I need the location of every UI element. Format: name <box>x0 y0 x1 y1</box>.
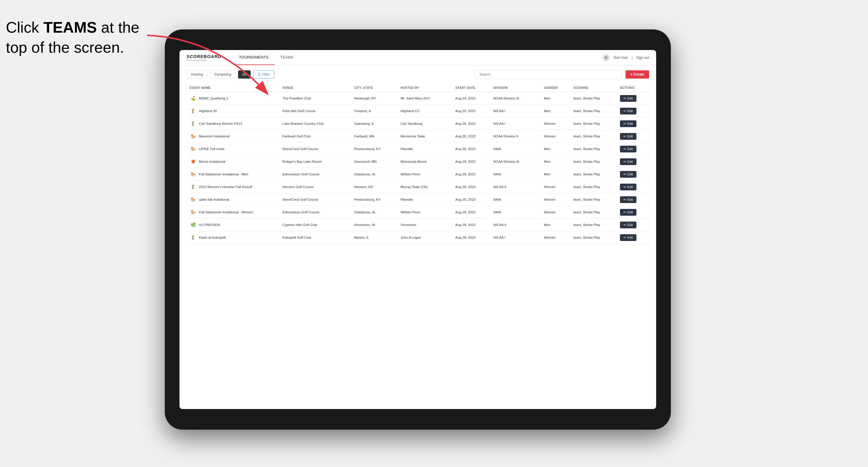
cell-gender-1: Men <box>541 105 570 117</box>
edit-button-7[interactable]: ✏ Edit <box>620 184 637 190</box>
filter-bar: Hosting Competing All ☰ Filter + Create <box>187 70 649 79</box>
cell-date-8: Aug 28, 2023 <box>453 193 491 206</box>
cell-event-name-1: 🏌 Highland 36 <box>187 105 280 117</box>
competing-filter[interactable]: Competing <box>210 70 236 79</box>
filter-button[interactable]: ☰ Filter <box>253 70 274 79</box>
cell-date-1: Aug 25, 2023 <box>453 105 491 117</box>
cell-scoring-2: team, Stroke Play <box>570 117 617 130</box>
table-row: 🏌 2023 Women's Hesston Fall Kickoff Hess… <box>187 181 649 193</box>
edit-icon-10: ✏ <box>623 223 626 227</box>
event-logo-8: 🐎 <box>189 196 196 203</box>
event-name-text-10: VU PREVIEW <box>199 223 220 226</box>
nav-bar: SCOREBOARD Powered by Clippit TOURNAMENT… <box>180 50 656 65</box>
th-hosted-by: HOSTED BY <box>398 84 452 92</box>
edit-icon-9: ✏ <box>623 210 626 214</box>
table-row: 🐎 upike fall invitational StoneCrest Gol… <box>187 193 649 206</box>
cell-division-11: NICAA I <box>491 231 541 244</box>
cell-date-6: Aug 28, 2023 <box>453 168 491 181</box>
cell-division-3: NCAA Division II <box>491 130 541 143</box>
cell-scoring-5: team, Stroke Play <box>570 155 617 168</box>
cell-actions-6: ✏ Edit <box>617 168 649 181</box>
nav-separator: | <box>632 56 632 60</box>
all-filter[interactable]: All <box>238 70 251 79</box>
event-name-text-8: upike fall invitational <box>199 198 229 201</box>
edit-icon-8: ✏ <box>623 198 626 201</box>
edit-button-6[interactable]: ✏ Edit <box>620 171 637 178</box>
table-header: EVENT NAME VENUE CITY, STATE HOSTED BY S… <box>187 84 649 92</box>
event-name-text-1: Highland 36 <box>199 109 217 113</box>
th-actions: ACTIONS <box>617 84 649 92</box>
edit-button-0[interactable]: ✏ Edit <box>620 95 637 102</box>
edit-button-11[interactable]: ✏ Edit <box>620 234 637 241</box>
cell-gender-6: Men <box>541 168 570 181</box>
cell-venue-11: Kokopelli Golf Club <box>280 231 351 244</box>
table-row: 🌿 VU PREVIEW Cypress Hills Golf Club Vin… <box>187 219 649 231</box>
edit-button-4[interactable]: ✏ Edit <box>620 146 637 152</box>
settings-icon[interactable]: ⚙ <box>602 54 610 61</box>
cell-venue-9: Edmundson Golf Course <box>280 206 351 219</box>
cell-gender-8: Women <box>541 193 570 206</box>
create-button[interactable]: + Create <box>625 70 649 79</box>
edit-icon-6: ✏ <box>623 173 626 176</box>
edit-button-2[interactable]: ✏ Edit <box>620 120 637 127</box>
cell-date-4: Aug 28, 2023 <box>453 143 491 155</box>
event-logo-6: 🐎 <box>189 171 196 178</box>
cell-scoring-1: team, Stroke Play <box>570 105 617 117</box>
edit-button-5[interactable]: ✏ Edit <box>620 158 637 165</box>
event-name-text-11: Klash at Kokopelli <box>199 236 226 239</box>
tab-tournaments[interactable]: TOURNAMENTS <box>233 50 274 65</box>
event-logo-10: 🌿 <box>189 221 196 228</box>
cell-division-10: NICAA II <box>491 219 541 231</box>
cell-city-1: Freeport, IL <box>351 105 398 117</box>
cell-hosted-9: William Penn <box>398 206 452 219</box>
th-venue: VENUE <box>280 84 351 92</box>
tablet-screen: SCOREBOARD Powered by Clippit TOURNAMENT… <box>180 50 656 409</box>
table-row: 🦊 Morris Invitational Ruttger's Bay Lake… <box>187 155 649 168</box>
th-division: DIVISION <box>491 84 541 92</box>
edit-button-3[interactable]: ✏ Edit <box>620 133 637 140</box>
cell-gender-11: Women <box>541 231 570 244</box>
cell-event-name-8: 🐎 upike fall invitational <box>187 193 280 206</box>
tab-teams[interactable]: TEAMS <box>275 50 300 65</box>
cell-city-10: Vincennes, IN <box>351 219 398 231</box>
search-area: + Create <box>475 70 649 79</box>
table-row: 🐎 Fall Statesmen Invitational - Men Edmu… <box>187 168 649 181</box>
hosting-filter[interactable]: Hosting <box>187 70 208 79</box>
edit-button-10[interactable]: ✏ Edit <box>620 222 637 228</box>
cell-scoring-0: team, Stroke Play <box>570 92 617 105</box>
edit-button-8[interactable]: ✏ Edit <box>620 196 637 203</box>
cell-venue-4: StoneCrest Golf Course <box>280 143 351 155</box>
edit-button-9[interactable]: ✏ Edit <box>620 209 637 216</box>
th-city: CITY, STATE <box>351 84 398 92</box>
event-name-text-5: Morris Invitational <box>199 160 225 163</box>
table-body: ⛳ MSMC Qualifying 1 The Powelton Club Ne… <box>187 92 649 244</box>
cell-division-7: NICAA II <box>491 181 541 193</box>
sign-out-link[interactable]: Sign out <box>636 56 649 60</box>
cell-division-6: NAIA <box>491 168 541 181</box>
cell-scoring-9: team, Stroke Play <box>570 206 617 219</box>
th-start-date: START DATE <box>453 84 491 92</box>
event-name-text-6: Fall Statesmen Invitational - Men <box>199 173 248 176</box>
event-logo-0: ⛳ <box>189 95 196 102</box>
cell-division-2: NICAA I <box>491 117 541 130</box>
cell-actions-4: ✏ Edit <box>617 143 649 155</box>
cell-division-1: NICAA I <box>491 105 541 117</box>
cell-event-name-0: ⛳ MSMC Qualifying 1 <box>187 92 280 105</box>
search-input[interactable] <box>475 70 622 79</box>
cell-city-7: Hesston, KS <box>351 181 398 193</box>
edit-button-1[interactable]: ✏ Edit <box>620 108 637 115</box>
cell-division-0: NCAA Division III <box>491 92 541 105</box>
cell-hosted-10: Vincennes <box>398 219 452 231</box>
cell-hosted-6: William Penn <box>398 168 452 181</box>
cell-hosted-7: Murray State (OK) <box>398 181 452 193</box>
nav-tabs: TOURNAMENTS TEAMS <box>233 50 299 65</box>
cell-actions-0: ✏ Edit <box>617 92 649 105</box>
table-row: 🐎 UPIKE Fall Invite StoneCrest Golf Cour… <box>187 143 649 155</box>
event-name-text-3: Maverick Invitational <box>199 134 229 138</box>
cell-division-4: NAIA <box>491 143 541 155</box>
cell-scoring-3: team, Stroke Play <box>570 130 617 143</box>
th-event-name: EVENT NAME <box>187 84 280 92</box>
content-area: Hosting Competing All ☰ Filter + Create … <box>180 65 656 409</box>
filter-icon: ☰ <box>257 72 261 76</box>
cell-actions-5: ✏ Edit <box>617 155 649 168</box>
